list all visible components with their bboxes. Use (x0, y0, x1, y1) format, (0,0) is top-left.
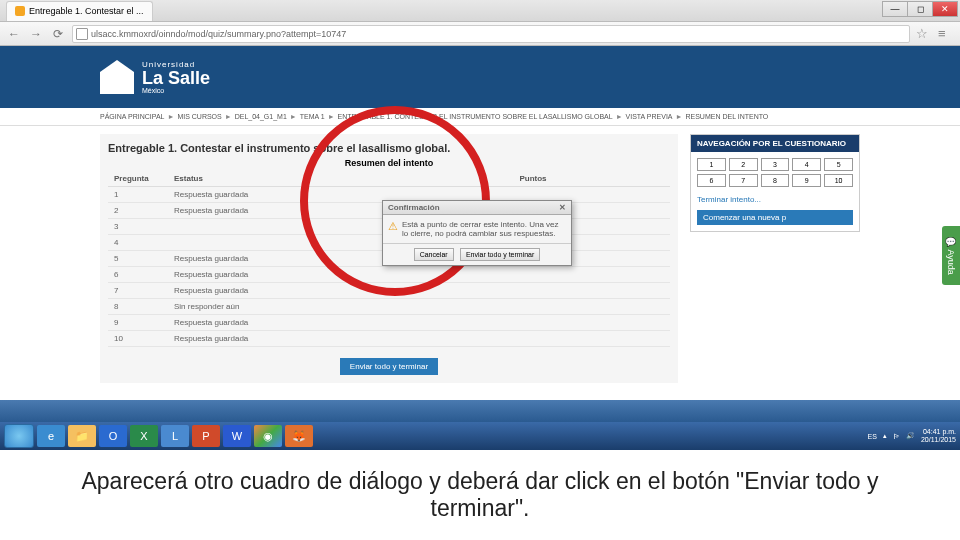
system-tray: ES ▴ 🏳 🔊 04:41 p.m. 20/11/2015 (868, 428, 956, 443)
clock[interactable]: 04:41 p.m. 20/11/2015 (921, 428, 956, 443)
nav-q-5[interactable]: 5 (824, 158, 853, 171)
q-status: Respuesta guardada (168, 315, 513, 331)
forward-icon[interactable]: → (28, 26, 44, 42)
logo-sub: México (142, 87, 210, 94)
tray-flag-icon[interactable]: 🏳 (893, 433, 900, 440)
dialog-body: Está a punto de cerrar este intento. Una… (402, 220, 566, 238)
reload-icon[interactable]: ⟳ (50, 26, 66, 42)
q-num[interactable]: 5 (108, 251, 168, 267)
col-pregunta: Pregunta (108, 171, 168, 187)
table-row: 6Respuesta guardada (108, 267, 670, 283)
close-button[interactable]: ✕ (932, 1, 958, 17)
nav-q-4[interactable]: 4 (792, 158, 821, 171)
excel-icon[interactable]: X (130, 425, 158, 447)
explorer-icon[interactable]: 📁 (68, 425, 96, 447)
clock-time: 04:41 p.m. (921, 428, 956, 436)
q-status: Respuesta guardada (168, 283, 513, 299)
breadcrumb-item[interactable]: ENTREGABLE 1. CONTESTAR EL INSTRUMENTO S… (338, 113, 613, 120)
breadcrumb-item[interactable]: VISTA PREVIA (626, 113, 673, 120)
instruction-caption: Aparecerá otro cuadro de diálogo y deber… (0, 450, 960, 540)
table-row: 8Sin responder aún (108, 299, 670, 315)
nav-q-7[interactable]: 7 (729, 174, 758, 187)
browser-tab[interactable]: Entregable 1. Contestar el ... (6, 1, 153, 21)
help-label: Ayuda (946, 250, 956, 275)
minimize-button[interactable]: — (882, 1, 908, 17)
dialog-confirm-button[interactable]: Enviar todo y terminar (460, 248, 540, 261)
col-puntos: Puntos (513, 171, 670, 187)
powerpoint-icon[interactable]: P (192, 425, 220, 447)
q-num[interactable]: 9 (108, 315, 168, 331)
table-title: Resumen del intento (108, 158, 670, 168)
tab-strip: Entregable 1. Contestar el ... — ◻ ✕ (0, 0, 960, 22)
start-button[interactable] (4, 424, 34, 448)
nav-q-6[interactable]: 6 (697, 174, 726, 187)
lync-icon[interactable]: L (161, 425, 189, 447)
table-row: 10Respuesta guardada (108, 331, 670, 347)
favicon-icon (15, 6, 25, 16)
col-estatus: Estatus (168, 171, 513, 187)
outlook-icon[interactable]: O (99, 425, 127, 447)
logo-icon (100, 60, 134, 94)
confirm-dialog: Confirmación ✕ ⚠ Está a punto de cerrar … (382, 200, 572, 266)
q-num[interactable]: 7 (108, 283, 168, 299)
breadcrumb: PÁGINA PRINCIPAL►MIS CURSOS►DEL_04_G1_M1… (0, 108, 960, 126)
q-status: Sin responder aún (168, 299, 513, 315)
tray-volume-icon[interactable]: 🔊 (906, 432, 915, 440)
dialog-close-icon[interactable]: ✕ (559, 203, 566, 212)
help-tab[interactable]: 💬 Ayuda (942, 226, 960, 285)
q-num[interactable]: 6 (108, 267, 168, 283)
sidebar: NAVEGACIÓN POR EL CUESTIONARIO 123456789… (690, 134, 860, 383)
finish-attempt-link[interactable]: Terminar intento... (691, 193, 859, 206)
firefox-icon[interactable]: 🦊 (285, 425, 313, 447)
nav-q-1[interactable]: 1 (697, 158, 726, 171)
tab-title: Entregable 1. Contestar el ... (29, 6, 144, 16)
browser-window: Entregable 1. Contestar el ... — ◻ ✕ ← →… (0, 0, 960, 450)
table-row: 7Respuesta guardada (108, 283, 670, 299)
site-header: Universidad La Salle México (0, 46, 960, 108)
back-icon[interactable]: ← (6, 26, 22, 42)
page-title: Entregable 1. Contestar el instrumento s… (108, 142, 670, 154)
q-num[interactable]: 1 (108, 187, 168, 203)
maximize-button[interactable]: ◻ (907, 1, 933, 17)
breadcrumb-item[interactable]: TEMA 1 (300, 113, 325, 120)
star-icon[interactable]: ☆ (916, 26, 932, 42)
q-num[interactable]: 2 (108, 203, 168, 219)
logo: Universidad La Salle México (100, 60, 210, 94)
dialog-title: Confirmación (388, 203, 440, 212)
submit-all-button[interactable]: Enviar todo y terminar (340, 358, 438, 375)
q-status: Respuesta guardada (168, 331, 513, 347)
tray-lang[interactable]: ES (868, 433, 877, 440)
nav-q-3[interactable]: 3 (761, 158, 790, 171)
q-num[interactable]: 8 (108, 299, 168, 315)
breadcrumb-item[interactable]: RESUMEN DEL INTENTO (685, 113, 768, 120)
nav-q-9[interactable]: 9 (792, 174, 821, 187)
new-attempt-button[interactable]: Comenzar una nueva p (697, 210, 853, 225)
chrome-icon[interactable]: ◉ (254, 425, 282, 447)
breadcrumb-item[interactable]: DEL_04_G1_M1 (235, 113, 287, 120)
menu-icon[interactable]: ≡ (938, 26, 954, 42)
ie-icon[interactable]: e (37, 425, 65, 447)
q-status: Respuesta guardada (168, 267, 513, 283)
dialog-cancel-button[interactable]: Cancelar (414, 248, 454, 261)
taskbar: e 📁 O X L P W ◉ 🦊 ES ▴ 🏳 🔊 04:41 p.m. 20… (0, 422, 960, 450)
url-input[interactable]: ulsacc.kmmoxrd/oinndo/mod/quiz/summary.p… (72, 25, 910, 43)
breadcrumb-item[interactable]: PÁGINA PRINCIPAL (100, 113, 164, 120)
q-num[interactable]: 10 (108, 331, 168, 347)
nav-title: NAVEGACIÓN POR EL CUESTIONARIO (691, 135, 859, 152)
q-num[interactable]: 3 (108, 219, 168, 235)
logo-main: La Salle (142, 69, 210, 87)
breadcrumb-item[interactable]: MIS CURSOS (177, 113, 221, 120)
warning-icon: ⚠ (388, 220, 398, 238)
nav-q-10[interactable]: 10 (824, 174, 853, 187)
clock-date: 20/11/2015 (921, 436, 956, 444)
window-controls: — ◻ ✕ (883, 1, 958, 17)
nav-q-2[interactable]: 2 (729, 158, 758, 171)
word-icon[interactable]: W (223, 425, 251, 447)
nav-grid: 12345678910 (691, 152, 859, 193)
url-text: ulsacc.kmmoxrd/oinndo/mod/quiz/summary.p… (91, 29, 346, 39)
address-bar: ← → ⟳ ulsacc.kmmoxrd/oinndo/mod/quiz/sum… (0, 22, 960, 46)
tray-up-icon[interactable]: ▴ (883, 432, 887, 440)
table-row: 9Respuesta guardada (108, 315, 670, 331)
nav-q-8[interactable]: 8 (761, 174, 790, 187)
q-num[interactable]: 4 (108, 235, 168, 251)
